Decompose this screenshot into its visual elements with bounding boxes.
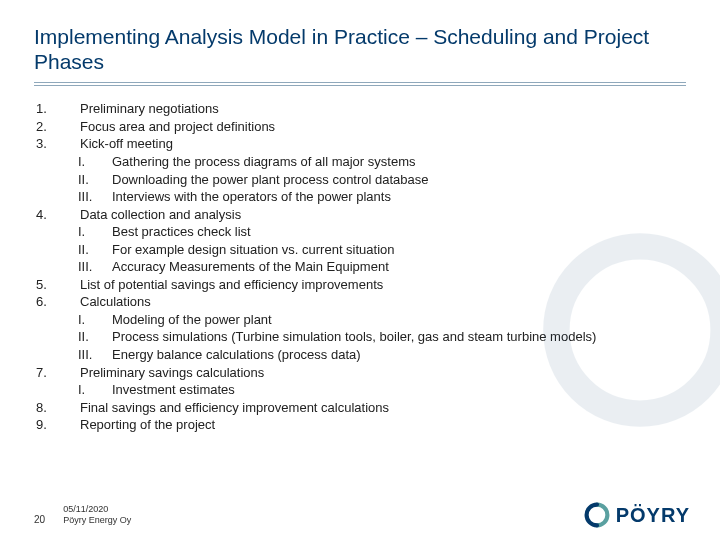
divider (34, 82, 686, 86)
sub-item-text: Accuracy Measurements of the Main Equipm… (112, 258, 686, 276)
sub-list-item: II.Process simulations (Turbine simulati… (34, 328, 686, 346)
list-item: 8.Final savings and efficiency improveme… (34, 399, 686, 417)
brand-logo: PÖYRY (584, 502, 690, 528)
footer: 20 05/11/2020 Pöyry Energy Oy (34, 504, 131, 526)
page-title: Implementing Analysis Model in Practice … (34, 24, 686, 74)
page-number: 20 (34, 514, 45, 526)
item-number: 6. (34, 293, 80, 311)
sub-item-number: I. (78, 153, 112, 171)
logo-ring-icon (584, 502, 610, 528)
item-number: 7. (34, 364, 80, 382)
sub-item-text: Modeling of the power plant (112, 311, 686, 329)
sub-item-number: II. (78, 171, 112, 189)
list-item: 7.Preliminary savings calculations (34, 364, 686, 382)
sub-item-text: Investment estimates (112, 381, 686, 399)
footer-date: 05/11/2020 (63, 504, 131, 515)
sub-list-item: III.Energy balance calculations (process… (34, 346, 686, 364)
item-number: 9. (34, 416, 80, 434)
item-text: Preliminary negotiations (80, 100, 686, 118)
list-item: 1.Preliminary negotiations (34, 100, 686, 118)
outline-list: 1.Preliminary negotiations2.Focus area a… (34, 100, 686, 433)
item-text: Calculations (80, 293, 686, 311)
logo-text: PÖYRY (616, 504, 690, 527)
sub-list-item: I.Gathering the process diagrams of all … (34, 153, 686, 171)
slide: Implementing Analysis Model in Practice … (0, 0, 720, 540)
footer-company: Pöyry Energy Oy (63, 515, 131, 526)
item-text: Kick-off meeting (80, 135, 686, 153)
sub-item-number: III. (78, 188, 112, 206)
item-number: 5. (34, 276, 80, 294)
sub-item-text: Energy balance calculations (process dat… (112, 346, 686, 364)
sub-list-item: I.Investment estimates (34, 381, 686, 399)
list-item: 2.Focus area and project definitions (34, 118, 686, 136)
sub-item-number: I. (78, 311, 112, 329)
sub-list-item: II.For example design situation vs. curr… (34, 241, 686, 259)
item-number: 1. (34, 100, 80, 118)
item-text: Final savings and efficiency improvement… (80, 399, 686, 417)
item-text: Reporting of the project (80, 416, 686, 434)
sub-item-number: III. (78, 258, 112, 276)
sub-list-item: III.Interviews with the operators of the… (34, 188, 686, 206)
list-item: 5.List of potential savings and efficien… (34, 276, 686, 294)
list-item: 3.Kick-off meeting (34, 135, 686, 153)
sub-item-number: I. (78, 381, 112, 399)
sub-item-text: Best practices check list (112, 223, 686, 241)
item-number: 3. (34, 135, 80, 153)
sub-item-number: II. (78, 328, 112, 346)
item-number: 4. (34, 206, 80, 224)
list-item: 6.Calculations (34, 293, 686, 311)
list-item: 4.Data collection and analysis (34, 206, 686, 224)
sub-item-number: I. (78, 223, 112, 241)
item-text: Data collection and analysis (80, 206, 686, 224)
item-text: List of potential savings and efficiency… (80, 276, 686, 294)
sub-list-item: II.Downloading the power plant process c… (34, 171, 686, 189)
sub-list-item: III.Accuracy Measurements of the Main Eq… (34, 258, 686, 276)
sub-item-text: Interviews with the operators of the pow… (112, 188, 686, 206)
item-number: 2. (34, 118, 80, 136)
sub-item-text: For example design situation vs. current… (112, 241, 686, 259)
sub-item-text: Gathering the process diagrams of all ma… (112, 153, 686, 171)
sub-item-text: Downloading the power plant process cont… (112, 171, 686, 189)
sub-item-text: Process simulations (Turbine simulation … (112, 328, 686, 346)
list-item: 9.Reporting of the project (34, 416, 686, 434)
sub-list-item: I.Best practices check list (34, 223, 686, 241)
sub-item-number: II. (78, 241, 112, 259)
item-text: Preliminary savings calculations (80, 364, 686, 382)
item-number: 8. (34, 399, 80, 417)
sub-list-item: I.Modeling of the power plant (34, 311, 686, 329)
item-text: Focus area and project definitions (80, 118, 686, 136)
sub-item-number: III. (78, 346, 112, 364)
